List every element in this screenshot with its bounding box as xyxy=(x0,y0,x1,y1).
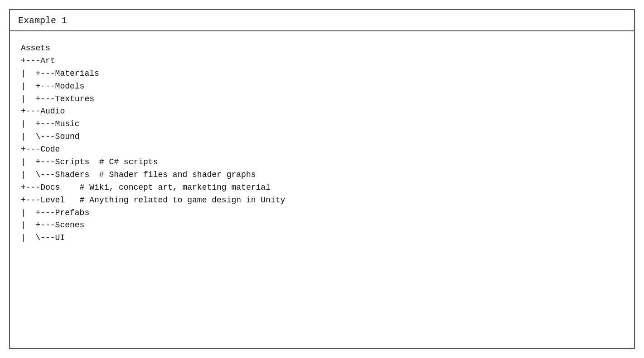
tree-line: | +---Scripts # C# scripts xyxy=(21,156,623,169)
tree-view: Assets+---Art| +---Materials| +---Models… xyxy=(21,42,623,245)
main-container: Example 1 Assets+---Art| +---Materials| … xyxy=(9,9,635,349)
tree-line: | \---Shaders # Shader files and shader … xyxy=(21,169,623,181)
tree-line: +---Audio xyxy=(21,105,623,118)
example-title: Example 1 xyxy=(18,15,67,26)
tree-line: | +---Models xyxy=(21,80,623,93)
tree-line: +---Code xyxy=(21,143,623,156)
tree-line: | +---Scenes xyxy=(21,219,623,232)
tree-line: | +---Music xyxy=(21,118,623,131)
header-section: Example 1 xyxy=(10,10,634,31)
tree-line: Assets xyxy=(21,42,623,55)
tree-line: | +---Materials xyxy=(21,68,623,80)
tree-line: | +---Textures xyxy=(21,93,623,106)
tree-line: +---Art xyxy=(21,55,623,68)
tree-line: +---Level # Anything related to game des… xyxy=(21,194,623,207)
tree-line: | \---UI xyxy=(21,232,623,245)
tree-line: | \---Sound xyxy=(21,131,623,143)
tree-line: +---Docs # Wiki, concept art, marketing … xyxy=(21,181,623,194)
tree-line: | +---Prefabs xyxy=(21,207,623,220)
content-section: Assets+---Art| +---Materials| +---Models… xyxy=(10,31,634,255)
